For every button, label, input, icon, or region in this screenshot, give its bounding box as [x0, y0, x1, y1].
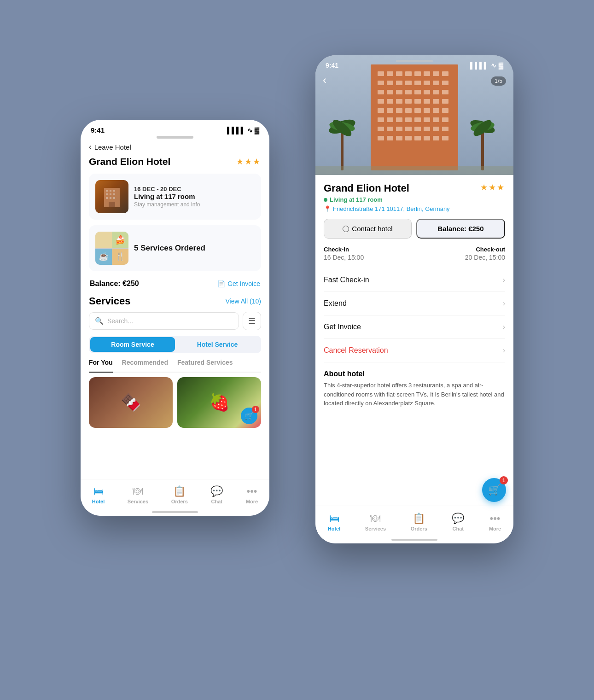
stay-date: 16 DEC - 20 DEC	[134, 186, 255, 192]
svg-rect-20	[442, 71, 448, 76]
menu-cancel-reservation[interactable]: Cancel Reservation ›	[324, 339, 505, 362]
svg-rect-22	[387, 81, 393, 85]
services-thumb-grid: 🍰 ☕ 🍴	[95, 232, 128, 265]
nav-chat-right[interactable]: 💬 Chat	[452, 513, 464, 531]
nav-chat-left[interactable]: 💬 Chat	[210, 485, 223, 504]
svg-rect-50	[424, 108, 430, 113]
notch-pill-left	[157, 136, 193, 139]
nav-services-left[interactable]: 🍽 Services	[128, 485, 148, 504]
food-card-right[interactable]: 🍓 🛒 1	[177, 377, 261, 428]
back-label-left: Leave Hotel	[94, 143, 131, 151]
filter-tabs: For You Recommended Featured Services	[89, 359, 261, 373]
stay-card-info: 16 DEC - 20 DEC Living at 117 room Stay …	[134, 186, 255, 208]
stay-card-left[interactable]: 16 DEC - 20 DEC Living at 117 room Stay …	[89, 174, 261, 220]
checkout-date: 20 Dec, 15:00	[465, 254, 505, 261]
svg-rect-59	[433, 117, 439, 122]
menu-extend[interactable]: Extend ›	[324, 292, 505, 315]
svg-rect-36	[442, 90, 448, 94]
food-icon-right: 🍓	[209, 393, 230, 412]
svg-rect-76	[442, 136, 448, 140]
contact-hotel-button[interactable]: Contact hotel	[324, 219, 412, 239]
back-button-left[interactable]: ‹ Leave Hotel	[89, 142, 261, 152]
nav-more-right[interactable]: ••• More	[489, 513, 501, 531]
nav-services-label-left: Services	[128, 499, 148, 504]
checkin-block: Check-in 16 Dec, 15:00	[324, 246, 364, 261]
svg-rect-62	[387, 127, 393, 131]
services-thumb-sq2: 🍰	[112, 232, 129, 248]
services-card-info: 5 Services Ordered	[134, 244, 255, 253]
filter-tab-foryou[interactable]: For You	[89, 359, 113, 373]
services-thumb-sq4: 🍴	[112, 249, 129, 265]
wifi-icon: ∿	[247, 127, 253, 134]
menu-fast-checkin[interactable]: Fast Check-in ›	[324, 268, 505, 292]
filter-tab-featured[interactable]: Featured Services	[177, 359, 233, 368]
about-title: About hotel	[324, 370, 505, 378]
photo-counter: 1/5	[491, 76, 506, 86]
hotel-header-right: Grand Elion Hotel ★★★	[324, 182, 505, 194]
nav-orders-label-left: Orders	[171, 499, 188, 504]
floating-cart-button[interactable]: 🛒 1	[482, 478, 506, 502]
svg-rect-23	[396, 81, 402, 85]
food-grid: 🍫 🍓 🛒 1	[89, 377, 261, 428]
tab-room-service[interactable]: Room Service	[90, 337, 175, 352]
svg-rect-85	[315, 166, 513, 175]
svg-rect-46	[387, 108, 393, 113]
cart-badge-right[interactable]: 🛒 1	[241, 408, 257, 424]
nav-services-right[interactable]: 🍽 Services	[365, 513, 386, 531]
cart-icon-float: 🛒	[488, 484, 501, 496]
svg-rect-1	[106, 190, 108, 192]
status-icons-right: ▌▌▌▌ ∿ ▓	[470, 62, 503, 69]
nav-orders-right[interactable]: 📋 Orders	[411, 513, 427, 531]
hotel-nav-icon-left: 🛏	[93, 485, 104, 497]
wifi-icon-right: ∿	[491, 62, 496, 69]
services-header-left: Services View All (10)	[89, 295, 261, 307]
stay-room: Living at 117 room	[134, 192, 255, 200]
checkin-row: Check-in 16 Dec, 15:00 Check-out 20 Dec,…	[324, 246, 505, 261]
svg-rect-57	[414, 117, 421, 122]
food-card-left[interactable]: 🍫	[89, 377, 173, 428]
svg-rect-25	[414, 81, 421, 85]
svg-rect-64	[405, 127, 412, 131]
content-left: ‹ Leave Hotel Grand Elion Hotel ★★★	[81, 140, 269, 428]
action-buttons: Contact hotel Balance: €250	[324, 219, 505, 239]
hotel-building-icon	[99, 184, 124, 209]
filter-tab-recommended[interactable]: Recommended	[122, 359, 168, 368]
time-right: 9:41	[326, 62, 338, 69]
view-all-link[interactable]: View All (10)	[225, 298, 261, 305]
get-invoice-link-left[interactable]: 📄 Get Invoice	[217, 280, 260, 287]
svg-rect-31	[396, 90, 402, 94]
address-right[interactable]: 📍 Friedrichstraße 171 10117, Berlin, Ger…	[324, 205, 505, 212]
time-left: 9:41	[91, 126, 105, 134]
filter-button[interactable]: ☰	[243, 312, 261, 330]
hotel-hero-svg	[315, 55, 513, 175]
nav-hotel-left[interactable]: 🛏 Hotel	[92, 485, 105, 504]
stay-subtitle: Stay management and info	[134, 201, 255, 208]
services-section-title: Services	[89, 295, 131, 307]
menu-get-invoice[interactable]: Get Invoice ›	[324, 315, 505, 339]
invoice-icon: 📄	[217, 280, 225, 287]
services-nav-icon-left: 🍽	[133, 485, 143, 497]
svg-rect-60	[442, 117, 448, 122]
svg-rect-14	[387, 71, 393, 76]
nav-more-left[interactable]: ••• More	[246, 485, 258, 504]
svg-rect-52	[442, 108, 448, 113]
tab-hotel-service[interactable]: Hotel Service	[175, 337, 260, 352]
bottom-nav-left: 🛏 Hotel 🍽 Services 📋 Orders 💬 Chat ••• M…	[81, 479, 269, 516]
services-count: 5 Services Ordered	[134, 244, 255, 253]
about-text: This 4-star-superior hotel offers 3 rest…	[324, 381, 505, 408]
bottom-nav-right: 🛏 Hotel 🍽 Services 📋 Orders 💬 Chat ••• M…	[315, 506, 513, 543]
services-card-left[interactable]: 🍰 ☕ 🍴 5 Services Ordered	[89, 225, 261, 271]
svg-rect-45	[378, 108, 384, 113]
services-thumb-sq1	[95, 232, 112, 248]
back-button-right[interactable]: ‹	[323, 74, 326, 87]
svg-rect-42	[424, 99, 430, 104]
svg-rect-13	[378, 71, 384, 76]
address-text: Friedrichstraße 171 10117, Berlin, Germa…	[333, 205, 450, 212]
nav-more-label-right: More	[489, 526, 501, 531]
nav-orders-left[interactable]: 📋 Orders	[171, 485, 188, 504]
search-box[interactable]: 🔍 Search...	[89, 312, 239, 330]
balance-button[interactable]: Balance: €250	[416, 219, 505, 239]
green-dot	[324, 198, 327, 202]
nav-hotel-right[interactable]: 🛏 Hotel	[328, 513, 341, 531]
svg-rect-68	[442, 127, 448, 131]
